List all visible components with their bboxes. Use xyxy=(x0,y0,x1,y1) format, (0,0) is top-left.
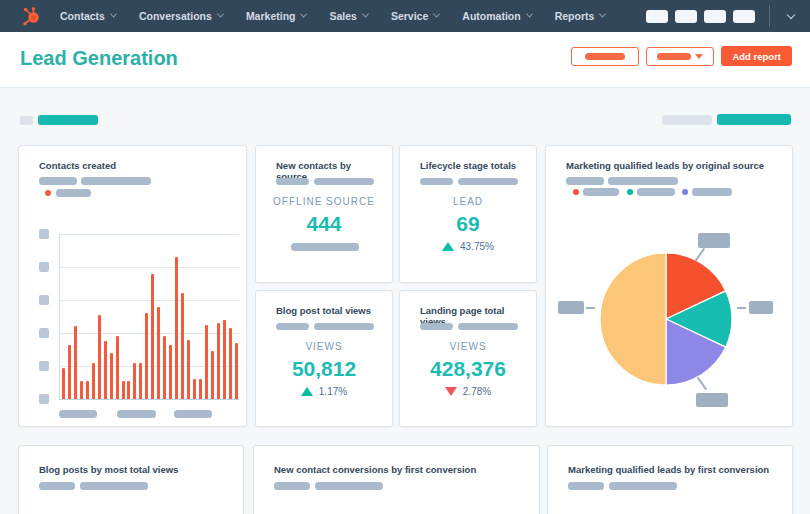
pie-label-placeholder xyxy=(696,393,728,407)
nav-item-conversations[interactable]: Conversations xyxy=(139,10,223,22)
bar xyxy=(187,340,190,399)
x-tick-placeholder xyxy=(117,410,156,418)
legend-dot xyxy=(682,189,688,195)
nav-item-label: Sales xyxy=(329,10,356,22)
nav-item-automation[interactable]: Automation xyxy=(462,10,531,22)
nav-tool-placeholder[interactable] xyxy=(704,10,726,23)
y-axis xyxy=(59,234,60,399)
nav-item-reports[interactable]: Reports xyxy=(555,10,606,22)
bar xyxy=(110,353,113,399)
hubspot-logo-icon[interactable] xyxy=(18,3,44,29)
legend-label-placeholder xyxy=(583,188,619,196)
nav-item-sales[interactable]: Sales xyxy=(329,10,367,22)
nav-item-contacts[interactable]: Contacts xyxy=(60,10,116,22)
stat-label: VIEWS xyxy=(256,341,392,352)
add-report-button[interactable]: Add report xyxy=(721,46,792,66)
lead-generation-dashboard: Contacts Conversations Marketing Sales S… xyxy=(0,0,810,514)
nav-item-service[interactable]: Service xyxy=(391,10,439,22)
subtitle-placeholder xyxy=(276,323,309,330)
bar xyxy=(133,363,136,399)
bar xyxy=(98,315,101,399)
card-landing-page-total-views[interactable]: Landing page total views VIEWS 428,376 2… xyxy=(399,290,537,427)
bar xyxy=(157,307,160,399)
dashboard-option-placeholder-active[interactable] xyxy=(717,114,791,125)
bar xyxy=(145,313,148,399)
x-axis xyxy=(59,399,239,400)
chevron-down-icon xyxy=(526,10,533,17)
bar xyxy=(193,379,196,399)
dashboard-dropdown-button[interactable] xyxy=(646,47,714,66)
nav-right-controls xyxy=(639,0,810,32)
nav-menu: Contacts Conversations Marketing Sales S… xyxy=(60,10,605,22)
card-contacts-created[interactable]: Contacts created xyxy=(18,145,247,427)
y-tick-placeholder xyxy=(39,361,49,371)
bar xyxy=(181,293,184,399)
nav-tool-placeholder[interactable] xyxy=(646,10,668,23)
bar xyxy=(205,325,208,399)
bar xyxy=(139,363,142,399)
card-new-contacts-by-source[interactable]: New contacts by source OFFLINE SOURCE 44… xyxy=(255,145,393,283)
card-new-contact-conversions[interactable]: New contact conversions by first convers… xyxy=(253,445,540,514)
nav-tool-placeholder[interactable] xyxy=(675,10,697,23)
bar xyxy=(116,336,119,399)
card-title: Blog posts by most total views xyxy=(39,464,233,475)
pie-chart xyxy=(596,249,736,389)
dashboard-action-button[interactable] xyxy=(571,47,639,66)
bar xyxy=(92,363,95,399)
account-chevron-down-icon[interactable] xyxy=(787,10,795,18)
dashboard-filter-placeholder[interactable] xyxy=(20,116,33,125)
stat-footer-placeholder xyxy=(291,243,359,251)
trend-up-icon xyxy=(442,242,454,251)
page-title: Lead Generation xyxy=(20,47,178,70)
pie-callout-line xyxy=(586,307,595,309)
card-title: Lifecycle stage totals xyxy=(420,160,526,171)
pie-label-placeholder xyxy=(698,233,730,248)
card-mql-by-first-conversion[interactable]: Marketing qualified leads by first conve… xyxy=(547,445,793,514)
card-title: Blog post total views xyxy=(276,305,382,316)
bar xyxy=(217,323,220,399)
legend-label-placeholder xyxy=(637,188,675,196)
stat-label: VIEWS xyxy=(400,341,536,352)
card-mql-by-original-source[interactable]: Marketing qualified leads by original so… xyxy=(545,145,793,427)
chevron-down-icon xyxy=(433,10,440,17)
stat-delta: 43.75% xyxy=(400,241,536,252)
bar xyxy=(223,320,226,399)
subtitle-placeholder xyxy=(420,323,453,330)
card-lifecycle-stage-totals[interactable]: Lifecycle stage totals LEAD 69 43.75% xyxy=(399,145,537,283)
delta-value: 43.75% xyxy=(460,241,494,252)
bar xyxy=(211,351,214,399)
stat-value: 444 xyxy=(256,212,392,236)
pie-label-placeholder xyxy=(558,301,584,314)
card-title: Contacts created xyxy=(39,160,236,171)
subtitle-placeholder xyxy=(274,482,310,490)
stat-value: 428,376 xyxy=(400,357,536,381)
subtitle-placeholder xyxy=(608,177,678,185)
stat-label: OFFLINE SOURCE xyxy=(256,196,392,207)
card-blog-post-total-views[interactable]: Blog post total views VIEWS 50,812 1.17% xyxy=(255,290,393,427)
button-label-placeholder xyxy=(585,53,625,60)
stat-value: 50,812 xyxy=(256,357,392,381)
dashboard-option-placeholder[interactable] xyxy=(662,115,712,125)
bar xyxy=(80,381,83,399)
subtitle-placeholder xyxy=(81,177,151,185)
card-blog-posts-by-most-total-views[interactable]: Blog posts by most total views xyxy=(18,445,244,514)
bar xyxy=(175,257,178,399)
nav-item-label: Contacts xyxy=(60,10,105,22)
subtitle-placeholder xyxy=(566,177,604,185)
bar xyxy=(229,328,232,399)
nav-tool-placeholder[interactable] xyxy=(733,10,755,23)
y-tick-placeholder xyxy=(39,262,49,272)
dashboard-tab-placeholder[interactable] xyxy=(38,115,98,125)
nav-item-marketing[interactable]: Marketing xyxy=(246,10,307,22)
chevron-down-icon xyxy=(300,10,307,17)
legend-label-placeholder xyxy=(56,189,91,197)
delta-value: 1.17% xyxy=(319,386,347,397)
bar-chart xyxy=(62,234,238,399)
bar xyxy=(127,381,130,399)
bar xyxy=(68,345,71,399)
y-tick-placeholder xyxy=(39,394,49,404)
bar xyxy=(163,336,166,399)
chevron-down-icon xyxy=(599,10,606,17)
subtitle-placeholder xyxy=(314,323,374,330)
subtitle-placeholder xyxy=(39,177,77,185)
